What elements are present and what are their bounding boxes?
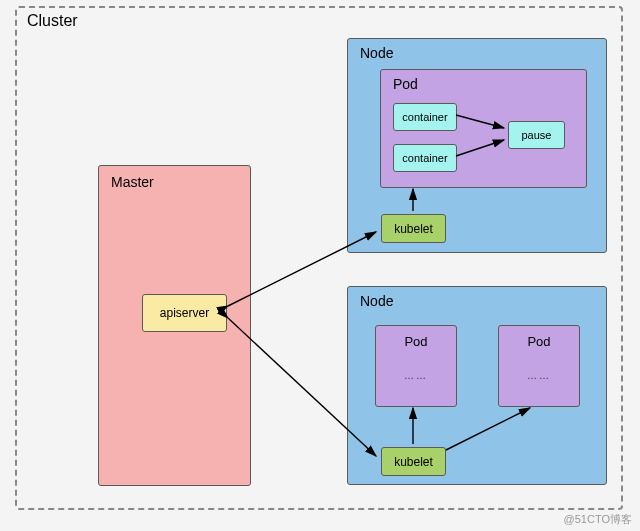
kubelet-1-box: kubelet (381, 214, 446, 243)
pod-small-right-label: Pod (499, 334, 579, 349)
pod-detailed-box: Pod container container pause (380, 69, 587, 188)
cluster-label: Cluster (27, 12, 78, 30)
container-top-box: container (393, 103, 457, 131)
pod-small-left-box: Pod …… (375, 325, 457, 407)
pod-small-left-dots: …… (376, 370, 456, 381)
pod-detailed-label: Pod (393, 76, 418, 92)
pod-small-right-dots: …… (499, 370, 579, 381)
kubelet-2-box: kubelet (381, 447, 446, 476)
apiserver-box: apiserver (142, 294, 227, 332)
node-1-label: Node (360, 45, 393, 61)
watermark-text: @51CTO博客 (564, 512, 632, 527)
pod-small-right-box: Pod …… (498, 325, 580, 407)
pause-box: pause (508, 121, 565, 149)
master-label: Master (111, 174, 154, 190)
node-2-label: Node (360, 293, 393, 309)
node-1-box: Node Pod container container pause kubel… (347, 38, 607, 253)
node-2-box: Node Pod …… Pod …… kubelet (347, 286, 607, 485)
container-bottom-box: container (393, 144, 457, 172)
pod-small-left-label: Pod (376, 334, 456, 349)
master-box: Master apiserver (98, 165, 251, 486)
